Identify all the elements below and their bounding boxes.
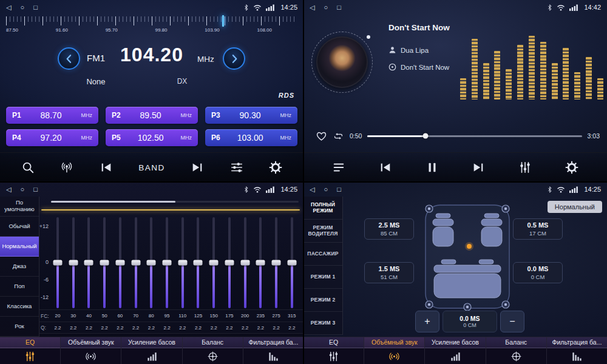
mixer-button[interactable]	[225, 158, 248, 177]
eq-preset-2[interactable]: Нормальный	[0, 237, 39, 257]
previous-track-button[interactable]	[374, 158, 397, 177]
favorite-button[interactable]	[316, 130, 327, 142]
surround-mode-4[interactable]: РЕЖИМ 2	[304, 289, 342, 312]
nav-home-icon[interactable]: ○	[20, 4, 24, 11]
seek-knob[interactable]	[422, 133, 428, 139]
eq-preset-0[interactable]: По умолчанию	[0, 197, 39, 217]
eq-knob[interactable]	[256, 260, 265, 266]
surround-mode-2[interactable]: ПАССАЖИР	[304, 243, 342, 266]
nav-back-icon[interactable]: ◁	[6, 4, 11, 11]
tab-filter[interactable]: Фильтрация ба...	[243, 337, 304, 364]
eq-band-slider-50[interactable]	[98, 217, 111, 308]
preset-button-p2[interactable]: P289.50MHz	[106, 107, 198, 124]
nav-recents-icon[interactable]: □	[33, 186, 38, 193]
nav-recents-icon[interactable]: □	[337, 186, 341, 193]
eq-knob[interactable]	[53, 260, 63, 266]
eq-band-slider-20[interactable]	[51, 217, 64, 308]
eq-knob[interactable]	[69, 260, 78, 266]
nav-back-icon[interactable]: ◁	[310, 4, 314, 11]
delay-rear-right[interactable]: 0.0 MS 0 CM	[513, 262, 563, 283]
eq-band-slider-235[interactable]	[254, 217, 267, 308]
eq-knob[interactable]	[84, 260, 93, 266]
scrollbar-thumb[interactable]	[51, 201, 175, 203]
nav-home-icon[interactable]: ○	[20, 186, 24, 193]
tune-down-button[interactable]	[58, 47, 80, 70]
surround-mode-0[interactable]: ПОЛНЫЙ РЕЖИМ	[304, 197, 342, 220]
tab-filter[interactable]: Фильтрация ба...	[546, 337, 607, 364]
eq-sliders-button[interactable]	[514, 158, 537, 177]
eq-preset-3[interactable]: Джаз	[0, 257, 39, 277]
seek-bar[interactable]	[367, 135, 582, 137]
preset-button-p3[interactable]: P390.30MHz	[205, 107, 297, 124]
next-track-button[interactable]	[467, 158, 490, 177]
eq-band-slider-315[interactable]	[285, 217, 299, 308]
eq-knob[interactable]	[100, 260, 109, 266]
surround-mode-3[interactable]: РЕЖИМ 1	[304, 266, 342, 289]
surround-mode-5[interactable]: РЕЖИМ 3	[304, 312, 342, 335]
increase-delay-button[interactable]: +	[415, 311, 439, 332]
eq-band-slider-125[interactable]	[191, 217, 205, 308]
tab-balance[interactable]: Баланс	[486, 337, 546, 364]
decrease-delay-button[interactable]: −	[500, 311, 524, 332]
eq-knob[interactable]	[209, 260, 219, 266]
broadcast-scan-button[interactable]	[55, 158, 78, 177]
preset-button-p6[interactable]: P6103.00MHz	[205, 129, 297, 146]
tab-eq[interactable]: EQ	[0, 337, 60, 364]
eq-band-slider-200[interactable]	[239, 217, 252, 308]
eq-band-slider-110[interactable]	[176, 217, 189, 308]
eq-knob[interactable]	[115, 260, 124, 266]
eq-preset-4[interactable]: Поп	[0, 277, 39, 297]
tab-balance[interactable]: Баланс	[182, 337, 243, 364]
preset-button-p4[interactable]: P497.20MHz	[6, 129, 98, 146]
eq-band-slider-40[interactable]	[82, 217, 95, 308]
search-button[interactable]	[16, 158, 39, 177]
nav-home-icon[interactable]: ○	[324, 186, 328, 193]
eq-knob[interactable]	[272, 260, 281, 266]
eq-knob[interactable]	[225, 260, 234, 266]
eq-band-slider-30[interactable]	[67, 217, 80, 308]
tab-bass-boost[interactable]: Усиление басов	[121, 337, 181, 364]
surround-mode-1[interactable]: РЕЖИМ ВОДИТЕЛЯ	[304, 220, 342, 243]
eq-knob[interactable]	[240, 260, 249, 266]
settings-button[interactable]	[264, 158, 287, 177]
eq-knob[interactable]	[131, 260, 140, 266]
eq-band-slider-95[interactable]	[160, 217, 174, 308]
profile-button[interactable]: Нормальный	[548, 201, 602, 213]
eq-band-slider-150[interactable]	[207, 217, 220, 308]
eq-knob[interactable]	[194, 260, 203, 266]
eq-knob[interactable]	[163, 260, 172, 266]
nav-home-icon[interactable]: ○	[324, 4, 328, 11]
eq-knob[interactable]	[147, 260, 156, 266]
pause-button[interactable]	[421, 158, 444, 177]
preset-button-p5[interactable]: P5102.50MHz	[106, 129, 198, 146]
playlist-button[interactable]	[327, 158, 350, 177]
previous-station-button[interactable]	[95, 158, 118, 177]
tune-up-button[interactable]	[223, 47, 245, 70]
eq-band-slider-70[interactable]	[129, 217, 143, 308]
tab-eq[interactable]: EQ	[304, 337, 364, 364]
tab-bass-boost[interactable]: Усиление басов	[424, 337, 485, 364]
tab-surround[interactable]: Объёмный звук	[60, 337, 121, 364]
eq-band-slider-275[interactable]	[270, 217, 283, 308]
eq-band-slider-175[interactable]	[223, 217, 236, 308]
nav-recents-icon[interactable]: □	[33, 4, 38, 11]
eq-band-slider-60[interactable]	[114, 217, 127, 308]
repeat-button[interactable]	[333, 130, 344, 142]
eq-preset-1[interactable]: Обычай	[0, 217, 39, 237]
next-station-button[interactable]	[186, 158, 209, 177]
delay-front-left[interactable]: 2.5 MS 85 CM	[364, 218, 414, 240]
eq-knob[interactable]	[178, 260, 187, 266]
eq-preset-6[interactable]: Рок	[0, 317, 39, 337]
nav-back-icon[interactable]: ◁	[310, 186, 314, 193]
band-button[interactable]: BAND	[134, 161, 170, 175]
eq-preset-5[interactable]: Классика	[0, 297, 39, 317]
eq-knob[interactable]	[287, 260, 296, 266]
eq-band-slider-80[interactable]	[144, 217, 158, 308]
settings-button[interactable]	[560, 158, 583, 177]
preset-button-p1[interactable]: P188.70MHz	[6, 107, 98, 124]
delay-front-right[interactable]: 0.5 MS 17 CM	[513, 218, 563, 240]
nav-back-icon[interactable]: ◁	[6, 186, 11, 193]
delay-rear-left[interactable]: 1.5 MS 51 CM	[364, 262, 414, 283]
nav-recents-icon[interactable]: □	[337, 4, 341, 11]
tab-surround[interactable]: Объёмный звук	[364, 337, 424, 364]
